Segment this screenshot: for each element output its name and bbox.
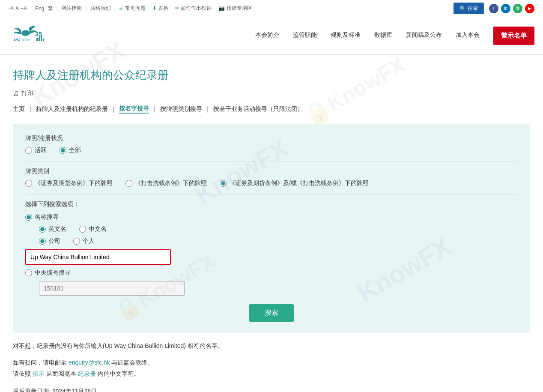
license-status-label: 牌照/注册状况 [25,135,518,142]
entity-individual-option[interactable]: 个人 [73,237,95,245]
license-status-section: 牌照/注册状况 活跃 全部 [25,135,518,154]
license-amlo-radio[interactable] [125,180,132,187]
entity-individual-label: 个人 [83,237,95,245]
font-minus-btn[interactable]: -A [9,6,14,12]
nav-supervision[interactable]: 监管职能 [286,22,324,50]
sep1: | [30,6,32,12]
name-search-radio[interactable] [25,214,32,221]
svg-rect-5 [39,37,40,41]
entity-company-option[interactable]: 公司 [39,237,60,245]
forms-icon: ⬇ [152,5,157,11]
main-search-button[interactable]: 搜索 [249,304,294,322]
lang-eng-radio[interactable] [39,226,46,233]
status-all-option[interactable]: 全部 [60,147,81,154]
youtube-icon[interactable]: ▶ [525,4,534,13]
license-amlo-option[interactable]: 《打击洗钱条例》下的牌照 [125,180,207,187]
entity-options-row: 公司 个人 [39,237,518,245]
contact-instruction-1: 请依照 [13,370,31,377]
lang-options-row: 英文名 中文名 [39,225,518,233]
status-active-label: 活跃 [35,147,47,154]
divider2 [25,194,518,195]
search-input-wrapper [25,249,518,265]
status-all-label: 全部 [69,147,81,154]
breadcrumb-by-activity[interactable]: 按若干业务活动搜寻（只限法团） [213,105,303,113]
status-active-option[interactable]: 活跃 [25,147,47,154]
license-type-section: 牌照类别 《证券及期货条例》下的牌照 《打击洗钱条例》下的牌照 《证券及期货条例… [25,168,518,187]
central-search-option[interactable]: 中央编号搜寻 [25,269,71,277]
breadcrumb-by-type[interactable]: 按牌照类别搜寻 [160,105,202,113]
nav-contact[interactable]: 联络我们 [90,5,111,12]
divider1 [25,161,518,162]
license-amlo-label: 《打击洗钱条例》下的牌照 [135,180,207,187]
linkedin-icon[interactable]: in [501,4,510,13]
name-search-row: 名称搜寻 [25,213,518,221]
central-number-row: 中央编号搜寻 [25,269,518,277]
lang-eng-label: 英文名 [48,225,66,233]
nav-faq[interactable]: ⊙ 常见问题 [119,5,145,12]
facebook-icon[interactable]: f [489,4,498,13]
search-options-label: 选择下列搜索选项： [25,200,518,208]
central-number-input[interactable] [39,281,185,296]
license-sfo-radio[interactable] [25,180,32,187]
status-all-radio[interactable] [60,147,66,154]
media-icon: 📷 [218,5,225,11]
nav-media[interactable]: 📷 传媒专用区 [218,5,252,12]
central-search-label: 中央编号搜寻 [35,269,71,277]
license-both-option[interactable]: 《证券及期货条例》及/或《打击洗钱条例》下的牌照 [220,180,369,187]
search-button[interactable]: 🔍 搜索 [453,3,484,14]
nav-siteguide[interactable]: 网站指南 [61,5,82,12]
faq-icon: ⊙ [119,5,123,11]
svg-rect-7 [43,39,44,41]
nav-rules[interactable]: 规则及标准 [324,22,367,50]
social-icons: f in 微 ▶ [489,4,534,13]
nav-news[interactable]: 新闻稿及公布 [399,22,449,50]
top-bar: -A A +A | Eng 繁 | 网站指南 | 联络我们 | ⊙ 常见问题 ⬇… [0,0,543,17]
lang-chi-link[interactable]: 繁 [48,5,53,12]
lang-eng-option[interactable]: 英文名 [39,225,66,233]
nav-join[interactable]: 加入本会 [449,22,486,50]
font-plus-btn[interactable]: +A [21,6,27,12]
top-bar-left: -A A +A | Eng 繁 | 网站指南 | 联络我们 | ⊙ 常见问题 ⬇… [9,5,252,12]
license-sfo-option[interactable]: 《证券及期货条例》下的牌照 [25,180,113,187]
main-nav: SFC 证监会 35 本会简介 监管职能 规则及标准 数据库 新闻稿及公布 加入… [0,17,543,55]
logo: SFC 证监会 35 [9,21,56,51]
svg-rect-4 [36,38,38,41]
complaint-icon: ✏ [175,5,179,11]
page-title: 持牌人及注册机构的公众纪录册 [13,68,530,83]
lang-eng-link[interactable]: Eng [35,6,44,12]
print-link[interactable]: 🖨 打印 [13,90,530,97]
contact-text-1: 如有疑问，请电邮至 [13,359,67,366]
central-search-radio[interactable] [25,269,32,276]
instructions-link[interactable]: 指示 [33,370,45,377]
wechat-icon[interactable]: 微 [513,4,522,13]
nav-about[interactable]: 本会简介 [248,22,286,50]
license-type-label: 牌照类别 [25,168,518,175]
registry-link[interactable]: 纪录册 [78,370,96,377]
nav-database[interactable]: 数据库 [367,22,399,50]
contact-email-link[interactable]: enquiry@sfc.hk [69,359,110,366]
entity-individual-radio[interactable] [73,238,80,245]
svg-rect-6 [41,35,42,41]
license-type-radio-group: 《证券及期货条例》下的牌照 《打击洗钱条例》下的牌照 《证券及期货条例》及/或《… [25,180,518,187]
lang-chi-option[interactable]: 中文名 [79,225,107,233]
nav-complaint[interactable]: ✏ 如何作出投诉 [175,5,212,12]
central-input-wrapper [39,281,518,296]
name-search-option[interactable]: 名称搜寻 [25,213,59,221]
contact-instruction-2: 从而阅览本 [46,370,76,377]
license-both-radio[interactable] [220,180,227,187]
update-date: 最后更新日期: 2024年11月28日 [13,388,530,392]
font-normal-btn[interactable]: A [15,6,19,12]
status-active-radio[interactable] [25,147,32,154]
name-search-input[interactable] [25,249,171,265]
nav-links: 本会简介 监管职能 规则及标准 数据库 新闻稿及公布 加入本会 警示名单 [248,22,534,50]
lang-chi-radio[interactable] [79,226,86,233]
breadcrumb-home[interactable]: 主页 [13,105,25,113]
breadcrumb-registry[interactable]: 持牌人及注册机构的纪录册 [36,105,108,113]
search-icon: 🔍 [459,6,466,12]
alert-button[interactable]: 警示名单 [493,27,534,45]
print-label: 打印 [21,90,33,97]
lang-chi-label: 中文名 [89,225,107,233]
entity-company-radio[interactable] [39,238,46,245]
svg-point-0 [21,30,30,36]
nav-forms[interactable]: ⬇ 表格 [152,5,168,12]
